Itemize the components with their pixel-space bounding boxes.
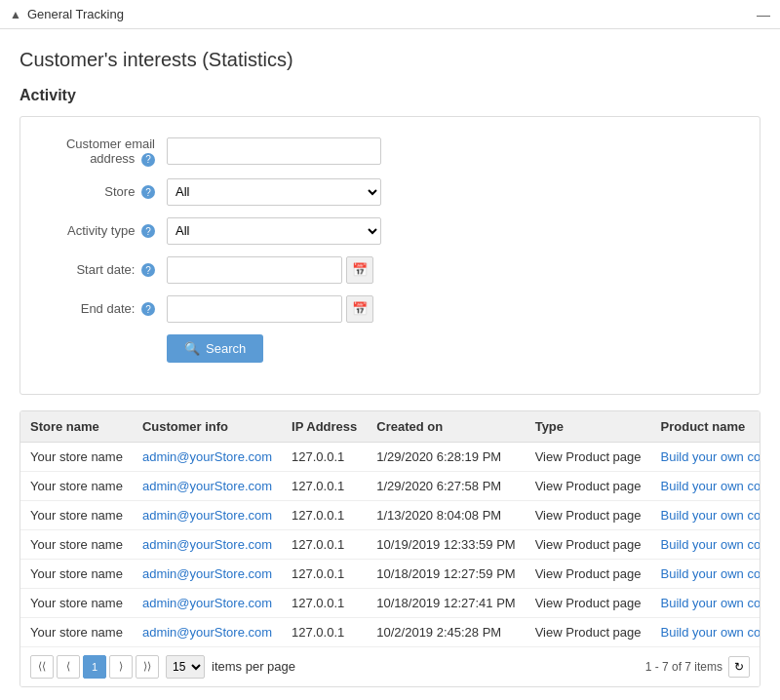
cell-customer[interactable]: admin@yourStore.com (133, 471, 282, 500)
cell-store: Your store name (20, 442, 133, 471)
end-date-calendar-button[interactable]: 📅 (346, 295, 373, 323)
table-row: Your store name admin@yourStore.com 127.… (20, 471, 760, 500)
cell-created: 10/2/2019 2:45:28 PM (367, 617, 525, 646)
cell-type: View Product page (526, 559, 651, 588)
page-1-button[interactable]: 1 (83, 655, 106, 679)
cell-ip: 127.0.0.1 (282, 471, 367, 500)
table-row: Your store name admin@yourStore.com 127.… (20, 559, 760, 588)
end-date-help-icon[interactable]: ? (141, 302, 155, 316)
cell-customer[interactable]: admin@yourStore.com (133, 500, 282, 529)
cell-created: 10/19/2019 12:33:59 PM (367, 529, 525, 559)
app-title: General Tracking (27, 7, 124, 21)
cell-type: View Product page (526, 471, 651, 500)
activity-type-row: Activity type ? All (40, 217, 740, 245)
end-date-row: End date: ? 📅 (40, 295, 740, 323)
col-type: Type (526, 411, 651, 443)
start-date-label: Start date: ? (40, 262, 167, 278)
cell-type: View Product page (526, 588, 651, 617)
cell-type: View Product page (526, 529, 651, 559)
minimize-button[interactable]: — (757, 7, 770, 22)
col-store-name: Store name (20, 411, 133, 443)
activity-section-title: Activity (20, 87, 760, 104)
activity-type-select[interactable]: All (167, 217, 381, 245)
title-bar: ▲ General Tracking — (0, 0, 780, 29)
pagination-summary-right: 1 - 7 of 7 items ↻ (645, 656, 750, 678)
end-date-input[interactable] (167, 295, 342, 323)
table-row: Your store name admin@yourStore.com 127.… (20, 529, 760, 559)
activity-table-box: Store name Customer info IP Address Crea… (20, 410, 760, 687)
cell-customer[interactable]: admin@yourStore.com (133, 559, 282, 588)
store-select[interactable]: All (167, 178, 381, 206)
col-ip-address: IP Address (282, 411, 367, 443)
per-page-select[interactable]: 15 25 50 (166, 655, 205, 679)
start-date-wrap: 📅 (167, 256, 373, 284)
cell-ip: 127.0.0.1 (282, 529, 367, 559)
cell-store: Your store name (20, 471, 133, 500)
prev-page-button[interactable]: ⟨ (57, 655, 80, 679)
activity-type-help-icon[interactable]: ? (141, 224, 155, 238)
app-icon: ▲ (10, 8, 21, 21)
customer-email-label: Customer email address ? (40, 136, 167, 167)
table-header-row: Store name Customer info IP Address Crea… (20, 411, 760, 443)
start-date-row: Start date: ? 📅 (40, 256, 740, 284)
cell-customer[interactable]: admin@yourStore.com (133, 529, 282, 559)
cell-customer[interactable]: admin@yourStore.com (133, 617, 282, 646)
cell-type: View Product page (526, 617, 651, 646)
cell-product[interactable]: Build your own computer (651, 588, 760, 617)
cell-store: Your store name (20, 500, 133, 529)
cell-store: Your store name (20, 559, 133, 588)
cell-created: 10/18/2019 12:27:59 PM (367, 559, 525, 588)
cell-customer[interactable]: admin@yourStore.com (133, 442, 282, 471)
cell-created: 10/18/2019 12:27:41 PM (367, 588, 525, 617)
search-button[interactable]: 🔍 Search (167, 334, 263, 363)
customer-email-row: Customer email address ? (40, 136, 740, 167)
customer-email-input[interactable] (167, 137, 381, 165)
last-page-button[interactable]: ⟩⟩ (136, 655, 159, 679)
cell-created: 1/29/2020 6:28:19 PM (367, 442, 525, 471)
customer-email-help-icon[interactable]: ? (141, 153, 155, 167)
cell-store: Your store name (20, 529, 133, 559)
search-row: 🔍 Search (40, 334, 740, 363)
search-icon: 🔍 (184, 341, 200, 356)
cell-product[interactable]: Build your own computer (651, 529, 760, 559)
cell-created: 1/13/2020 8:04:08 PM (367, 500, 525, 529)
first-page-button[interactable]: ⟨⟨ (30, 655, 54, 679)
refresh-button[interactable]: ↻ (728, 656, 750, 678)
cell-ip: 127.0.0.1 (282, 500, 367, 529)
table-row: Your store name admin@yourStore.com 127.… (20, 588, 760, 617)
cell-product[interactable]: Build your own computer (651, 559, 760, 588)
start-date-calendar-button[interactable]: 📅 (346, 256, 373, 284)
table-row: Your store name admin@yourStore.com 127.… (20, 500, 760, 529)
start-date-help-icon[interactable]: ? (141, 263, 155, 277)
activity-table: Store name Customer info IP Address Crea… (20, 411, 760, 646)
end-date-wrap: 📅 (167, 295, 373, 323)
col-product-name: Product name (651, 411, 760, 443)
table-row: Your store name admin@yourStore.com 127.… (20, 442, 760, 471)
store-label: Store ? (40, 184, 167, 200)
end-date-label: End date: ? (40, 301, 167, 317)
store-row: Store ? All (40, 178, 740, 206)
main-content: Customer's interests (Statistics) Activi… (0, 29, 780, 700)
cell-ip: 127.0.0.1 (282, 442, 367, 471)
cell-type: View Product page (526, 442, 651, 471)
col-customer-info: Customer info (133, 411, 282, 443)
start-date-input[interactable] (167, 256, 342, 284)
next-page-button[interactable]: ⟩ (109, 655, 133, 679)
cell-product[interactable]: Build your own computer (651, 471, 760, 500)
page-title: Customer's interests (Statistics) (20, 49, 760, 71)
store-help-icon[interactable]: ? (141, 185, 155, 199)
activity-pagination-bar: ⟨⟨ ⟨ 1 ⟩ ⟩⟩ 15 25 50 items per page 1 - … (20, 646, 760, 686)
cell-product[interactable]: Build your own computer (651, 617, 760, 646)
cell-product[interactable]: Build your own computer (651, 500, 760, 529)
activity-type-label: Activity type ? (40, 223, 167, 239)
col-created-on: Created on (367, 411, 525, 443)
cell-ip: 127.0.0.1 (282, 617, 367, 646)
cell-product[interactable]: Build your own computer (651, 442, 760, 471)
cell-ip: 127.0.0.1 (282, 559, 367, 588)
pagination-controls: ⟨⟨ ⟨ 1 ⟩ ⟩⟩ 15 25 50 items per page (30, 655, 295, 679)
cell-ip: 127.0.0.1 (282, 588, 367, 617)
filter-box: Customer email address ? Store ? All Act… (20, 116, 760, 395)
pagination-summary: 1 - 7 of 7 items (645, 660, 722, 674)
cell-customer[interactable]: admin@yourStore.com (133, 588, 282, 617)
table-row: Your store name admin@yourStore.com 127.… (20, 617, 760, 646)
